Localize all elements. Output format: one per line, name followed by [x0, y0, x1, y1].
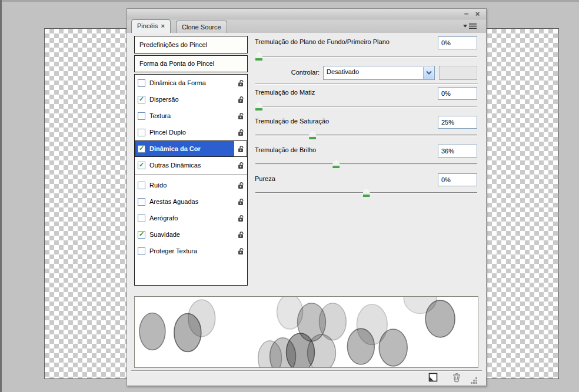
palette-titlebar[interactable]: − × [127, 9, 486, 19]
brush-presets-button[interactable]: Predefinições do Pincel [134, 36, 248, 53]
list-item-proteger-textura[interactable]: ✓Proteger Textura [135, 243, 247, 259]
saturation-jitter-label: Tremulação de Saturação [255, 118, 329, 125]
unlock-icon[interactable] [234, 162, 247, 169]
purity-value[interactable]: 0% [438, 173, 477, 186]
slider-track [255, 163, 477, 165]
list-item-pincel-duplo[interactable]: ✓Pincel Duplo [135, 124, 247, 140]
checkbox[interactable]: ✓ [138, 112, 145, 120]
checkbox[interactable]: ✓ [138, 198, 145, 206]
brush-tip-shape-button[interactable]: Forma da Ponta do Pincel [134, 55, 248, 72]
bottom-divider [131, 370, 482, 371]
preview-ellipse [425, 300, 455, 337]
list-item-label: Dispersão [149, 96, 179, 103]
checkbox[interactable]: ✓ [138, 96, 145, 103]
list-item-label: Dinâmica da Cor [149, 145, 201, 152]
list-item-arestas-aguadas[interactable]: ✓Arestas Aguadas [135, 193, 247, 210]
checkbox[interactable]: ✓ [138, 215, 145, 222]
slider-track [255, 135, 477, 136]
checkbox[interactable]: ✓ [138, 162, 145, 169]
hue-jitter-label: Tremulação do Matiz [255, 89, 315, 96]
saturation-jitter-slider[interactable] [255, 131, 477, 139]
list-item-label: Textura [149, 112, 171, 119]
checkbox[interactable]: ✓ [138, 145, 145, 153]
list-item-label: Pincel Duplo [149, 129, 186, 136]
control-dropdown[interactable]: Desativado [323, 66, 435, 80]
palette-tabrow: Pincéis× Clone Source [127, 19, 486, 33]
checkmark-icon: ✓ [139, 162, 144, 168]
checkmark-icon: ✓ [139, 96, 144, 102]
slider-track [255, 56, 477, 58]
checkbox[interactable]: ✓ [138, 129, 145, 136]
slider-thumb[interactable] [255, 52, 262, 61]
saturation-jitter-value[interactable]: 25% [438, 116, 477, 129]
unlock-icon[interactable] [234, 79, 247, 87]
unlock-icon[interactable] [234, 145, 247, 153]
brushes-palette: − × Pincéis× Clone Source Predefinições … [127, 8, 487, 386]
unlock-icon[interactable] [234, 215, 247, 222]
preview-svg [135, 297, 478, 367]
hue-jitter-value[interactable]: 0% [438, 87, 477, 100]
unlock-icon[interactable] [234, 129, 247, 136]
checkmark-icon: ✓ [139, 145, 144, 152]
palette-body: Predefinições do Pincel Forma da Ponta d… [127, 33, 486, 386]
screen-top-edge [0, 0, 579, 2]
tab-clone-source-label: Clone Source [182, 24, 221, 31]
slider-thumb[interactable] [309, 131, 316, 139]
checkmark-icon: ✓ [139, 231, 144, 237]
list-item-aerografo[interactable]: ✓Aerógrafo [135, 210, 247, 226]
checkbox[interactable]: ✓ [138, 247, 145, 255]
unlock-icon[interactable] [234, 198, 247, 206]
unlock-icon[interactable] [234, 231, 247, 239]
fg-bg-jitter-value[interactable]: 0% [438, 36, 477, 49]
list-item-label: Aerógrafo [149, 215, 178, 222]
unlock-icon[interactable] [234, 182, 247, 189]
hue-jitter-slider[interactable] [255, 102, 477, 110]
fg-bg-jitter-label: Tremulação do Plano de Fundo/Primeiro Pl… [255, 38, 434, 45]
minimize-icon[interactable]: − [462, 9, 471, 18]
brightness-jitter-slider[interactable] [255, 160, 477, 168]
list-separator [135, 174, 247, 176]
list-item-label: Suavidade [149, 231, 180, 238]
preview-ellipse [139, 313, 165, 350]
chevron-down-icon[interactable] [423, 67, 434, 79]
close-icon[interactable]: × [473, 9, 482, 18]
list-item-textura[interactable]: ✓Textura [135, 108, 247, 124]
unlock-icon[interactable] [234, 112, 247, 120]
tab-pinceis[interactable]: Pincéis× [131, 19, 171, 33]
tab-close-icon[interactable]: × [161, 22, 164, 29]
control-label: Controlar: [255, 69, 320, 76]
list-item-label: Dinâmica da Forma [149, 79, 206, 86]
new-brush-icon[interactable] [428, 373, 438, 383]
fg-bg-jitter-slider[interactable] [255, 52, 477, 61]
slider-thumb[interactable] [363, 189, 370, 197]
checkbox[interactable]: ✓ [138, 231, 145, 239]
slider-track [255, 106, 477, 108]
resize-grip-icon[interactable] [470, 377, 478, 384]
list-item-dispersao[interactable]: ✓Dispersão [135, 91, 247, 108]
purity-label: Pureza [255, 175, 275, 182]
section-divider [255, 83, 478, 85]
tab-clone-source[interactable]: Clone Source [176, 21, 227, 33]
tab-pinceis-label: Pincéis [137, 22, 158, 29]
list-item-outras-dinamicas[interactable]: ✓Outras Dinâmicas [135, 157, 247, 173]
list-item-label: Outras Dinâmicas [149, 162, 201, 169]
purity-slider[interactable] [255, 189, 477, 197]
panel-menu-icon[interactable] [462, 22, 478, 31]
checkbox[interactable]: ✓ [138, 182, 145, 189]
list-item-dinamica-da-cor[interactable]: ✓Dinâmica da Cor [135, 140, 247, 157]
preview-ellipse [379, 329, 407, 366]
unlock-icon[interactable] [234, 247, 247, 255]
control-disabled-field [439, 66, 477, 80]
trash-icon[interactable] [451, 372, 462, 383]
list-item-label: Ruído [149, 182, 167, 189]
slider-thumb[interactable] [332, 160, 340, 168]
list-item-ruido[interactable]: ✓Ruído [135, 177, 247, 193]
unlock-icon[interactable] [234, 96, 247, 103]
list-item-dinamica-da-forma[interactable]: ✓Dinâmica da Forma [135, 75, 247, 91]
screen-left-edge [0, 0, 2, 392]
checkbox[interactable]: ✓ [138, 79, 145, 87]
slider-thumb[interactable] [255, 102, 262, 110]
brightness-jitter-value[interactable]: 36% [438, 145, 477, 158]
list-item-label: Proteger Textura [149, 247, 197, 254]
list-item-suavidade[interactable]: ✓Suavidade [135, 226, 247, 243]
